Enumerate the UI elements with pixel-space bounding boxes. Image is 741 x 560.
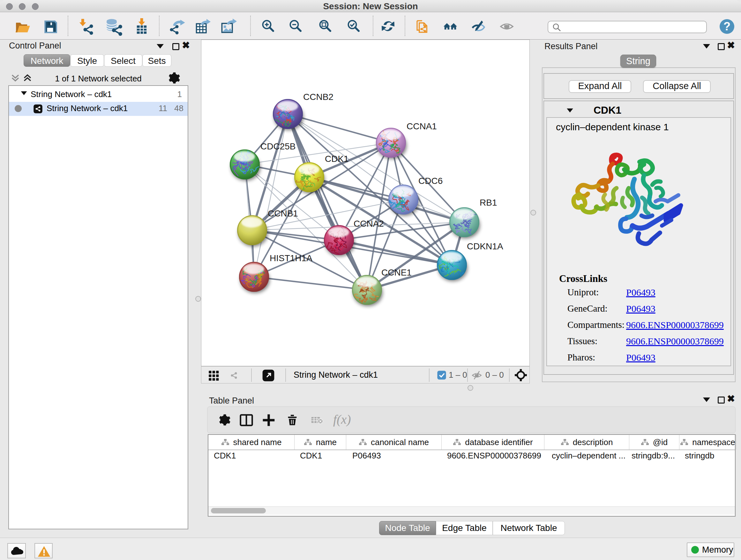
svg-text:CCNA2: CCNA2: [354, 219, 384, 229]
svg-text:CCNE1: CCNE1: [381, 267, 412, 277]
svg-text:CDKN1A: CDKN1A: [467, 241, 503, 251]
svg-text:CDC6: CDC6: [418, 176, 443, 186]
svg-text:CCNB2: CCNB2: [303, 92, 333, 102]
svg-text:CCNA1: CCNA1: [407, 121, 437, 131]
svg-text:RB1: RB1: [480, 198, 497, 207]
svg-text:CDK1: CDK1: [325, 154, 349, 164]
svg-text:CCNB1: CCNB1: [268, 208, 298, 219]
svg-text:CDC25B: CDC25B: [260, 141, 295, 151]
svg-text:HIST1H1A: HIST1H1A: [270, 253, 313, 263]
